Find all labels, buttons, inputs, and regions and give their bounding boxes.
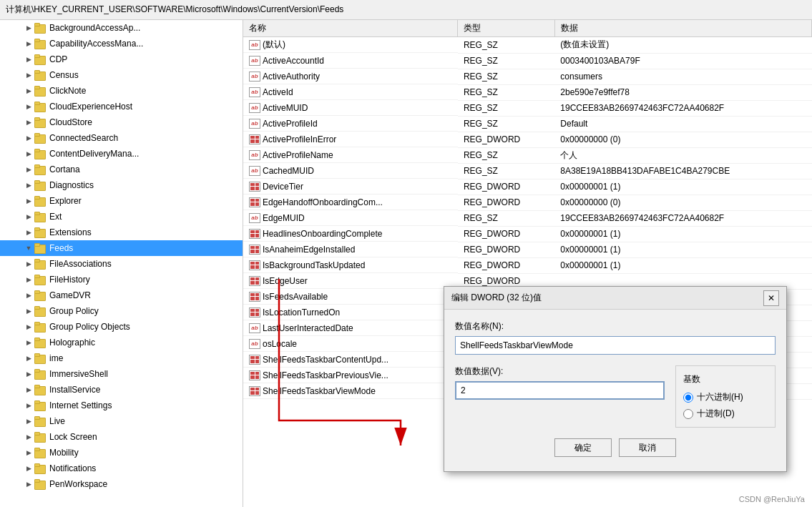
reg-icon-ActiveId: ab — [249, 87, 260, 97]
tree-item-InstallService[interactable]: InstallService — [0, 382, 243, 398]
tree-label-FileHistory: FileHistory — [49, 275, 90, 285]
tree-item-InternetSettings[interactable]: Internet Settings — [0, 398, 243, 413]
table-row[interactable]: ActiveProfileInErrorREG_DWORD0x00000000 … — [243, 132, 812, 147]
tree-item-LockScreen[interactable]: Lock Screen — [0, 429, 243, 445]
table-row[interactable]: HeadlinesOnboardingCompleteREG_DWORD0x00… — [243, 226, 812, 242]
table-row[interactable]: EdgeHandoffOnboardingCom...REG_DWORD0x00… — [243, 195, 812, 210]
table-row[interactable]: abActiveProfileIdREG_SZDefault — [243, 116, 812, 132]
reg-icon-IsLocationTurnedOn — [249, 307, 260, 318]
tree-item-PenWorkspace[interactable]: PenWorkspace — [0, 476, 243, 492]
tree-arrow-BackgroundAccessApp — [23, 24, 34, 31]
tree-item-FileAssociations[interactable]: FileAssociations — [0, 256, 243, 272]
reg-icon-ActiveProfileInError — [249, 134, 260, 144]
dialog-name-input[interactable] — [455, 336, 776, 355]
reg-icon-EdgeHandoffOnboardingCom — [249, 197, 260, 207]
tree-item-CapabilityAccessMan[interactable]: CapabilityAccessMana... — [0, 36, 243, 51]
cell-name-CachedMUID: abCachedMUID — [243, 163, 458, 179]
reg-icon-ActiveProfileId: ab — [249, 119, 260, 129]
tree-item-Holographic[interactable]: Holographic — [0, 335, 243, 350]
tree-item-ClickNote[interactable]: ClickNote — [0, 83, 243, 99]
dialog-data-input[interactable] — [455, 381, 665, 400]
table-row[interactable]: ab(默认)REG_SZ(数值未设置) — [243, 37, 812, 54]
tree-item-Diagnostics[interactable]: Diagnostics — [0, 177, 243, 193]
tree-arrow-PenWorkspace — [23, 481, 34, 488]
tree-item-ImmersiveShell[interactable]: ImmersiveShell — [0, 366, 243, 382]
folder-icon-Notifications — [34, 463, 47, 473]
address-path: 计算机\HKEY_CURRENT_USER\SOFTWARE\Microsoft… — [6, 4, 343, 16]
table-row[interactable]: abEdgeMUIDREG_SZ19CCEE83AB2669742463FC72… — [243, 210, 812, 226]
table-row[interactable]: abActiveAuthorityREG_SZconsumers — [243, 69, 812, 84]
cell-data-ActiveProfileId: Default — [554, 116, 811, 132]
radio-dec[interactable] — [683, 409, 693, 419]
tree-item-CloudStore[interactable]: CloudStore — [0, 114, 243, 130]
radio-hex[interactable] — [683, 393, 693, 403]
table-row[interactable]: abActiveProfileNameREG_SZ个人 — [243, 147, 812, 163]
tree-item-CloudExperienceHost[interactable]: CloudExperienceHost — [0, 99, 243, 114]
tree-item-GroupPolicy[interactable]: Group Policy — [0, 303, 243, 319]
tree-item-Ext[interactable]: Ext — [0, 209, 243, 225]
tree-item-Extensions[interactable]: Extensions — [0, 225, 243, 240]
tree-item-Notifications[interactable]: Notifications — [0, 461, 243, 476]
tree-arrow-CapabilityAccessMan — [23, 40, 34, 47]
table-row[interactable]: DeviceTierREG_DWORD0x00000001 (1) — [243, 179, 812, 195]
tree-arrow-CDP — [23, 56, 34, 63]
name-text-LastUserInteractedDate: LastUserInteractedDate — [263, 323, 353, 333]
tree-arrow-Census — [23, 72, 34, 79]
dialog-title-text: 编辑 DWORD (32 位)值 — [451, 292, 542, 304]
folder-icon-FileHistory — [34, 275, 47, 285]
reg-icon-DeviceTier — [249, 182, 260, 192]
tree-item-BackgroundAccessApp[interactable]: BackgroundAccessAp... — [0, 20, 243, 36]
reg-icon-ShellFeedsTaskbarContentUpd — [249, 355, 260, 365]
folder-icon-InstallService — [34, 385, 47, 395]
reg-icon-HeadlinesOnboardingComplete — [249, 229, 260, 239]
tree-item-Mobility[interactable]: Mobility — [0, 445, 243, 461]
tree-item-FileHistory[interactable]: FileHistory — [0, 272, 243, 287]
tree-item-Cortana[interactable]: Cortana — [0, 162, 243, 177]
cell-type-EdgeHandoffOnboardingCom: REG_DWORD — [458, 195, 554, 210]
tree-item-ContentDeliveryMana[interactable]: ContentDeliveryMana... — [0, 146, 243, 162]
table-row[interactable]: abActiveAccountIdREG_SZ0003400103ABA79F — [243, 53, 812, 69]
cell-type-ActiveProfileName: REG_SZ — [458, 147, 554, 163]
table-row[interactable]: IsAnaheimEdgeInstalledREG_DWORD0x0000000… — [243, 242, 812, 257]
table-row[interactable]: abCachedMUIDREG_SZ8A38E19A18BB413DAFABE1… — [243, 163, 812, 179]
tree-item-ime[interactable]: ime — [0, 350, 243, 366]
tree-arrow-Notifications — [23, 465, 34, 472]
cell-type-CachedMUID: REG_SZ — [458, 163, 554, 179]
dialog-cancel-button[interactable]: 取消 — [619, 438, 676, 457]
folder-icon-CloudStore — [34, 117, 47, 127]
cell-name-DeviceTier: DeviceTier — [243, 179, 458, 195]
tree-label-ConnectedSearch: ConnectedSearch — [49, 133, 118, 143]
tree-label-Ext: Ext — [49, 212, 62, 222]
tree-label-Feeds: Feeds — [49, 243, 73, 253]
radio-dec-label[interactable]: 十进制(D) — [683, 408, 768, 420]
tree-item-CDP[interactable]: CDP — [0, 51, 243, 67]
radio-hex-label[interactable]: 十六进制(H) — [683, 391, 768, 403]
tree-item-Feeds[interactable]: Feeds — [0, 240, 243, 256]
tree-label-BackgroundAccessApp: BackgroundAccessAp... — [49, 23, 140, 33]
tree-item-Census[interactable]: Census — [0, 67, 243, 83]
tree-label-GroupPolicyObjects: Group Policy Objects — [49, 322, 130, 332]
tree-item-Live[interactable]: Live — [0, 413, 243, 429]
folder-icon-LockScreen — [34, 432, 47, 442]
name-text-HeadlinesOnboardingComplete: HeadlinesOnboardingComplete — [263, 229, 382, 239]
table-row[interactable]: abActiveIdREG_SZ2be590e7e9ffef78 — [243, 84, 812, 100]
col-header-name: 名称 — [243, 20, 458, 37]
table-row[interactable]: abActiveMUIDREG_SZ19CCEE83AB2669742463FC… — [243, 100, 812, 116]
cell-type-IsBackgroundTaskUpdated: REG_DWORD — [458, 257, 554, 273]
cell-data-ActiveMUID: 19CCEE83AB2669742463FC72AA40682F — [554, 100, 811, 116]
dialog-ok-button[interactable]: 确定 — [554, 438, 612, 457]
dialog-close-button[interactable]: ✕ — [763, 290, 779, 306]
tree-item-GameDVR[interactable]: GameDVR — [0, 287, 243, 303]
tree-item-ConnectedSearch[interactable]: ConnectedSearch — [0, 130, 243, 146]
edit-dword-dialog[interactable]: 编辑 DWORD (32 位)值 ✕ 数值名称(N): 数值数据(V): 基数 … — [444, 286, 787, 472]
tree-item-Explorer[interactable]: Explorer — [0, 193, 243, 209]
cell-data-HeadlinesOnboardingComplete: 0x00000001 (1) — [554, 226, 811, 242]
folder-icon-GameDVR — [34, 290, 47, 300]
tree-item-GroupPolicyObjects[interactable]: Group Policy Objects — [0, 319, 243, 335]
name-text-EdgeHandoffOnboardingCom: EdgeHandoffOnboardingCom... — [263, 197, 383, 207]
cell-data-ActiveAuthority: consumers — [554, 69, 811, 84]
name-text-IsLocationTurnedOn: IsLocationTurnedOn — [263, 307, 340, 318]
folder-icon-PenWorkspace — [34, 479, 47, 489]
cell-name-EdgeMUID: abEdgeMUID — [243, 210, 458, 226]
table-row[interactable]: IsBackgroundTaskUpdatedREG_DWORD0x000000… — [243, 257, 812, 273]
